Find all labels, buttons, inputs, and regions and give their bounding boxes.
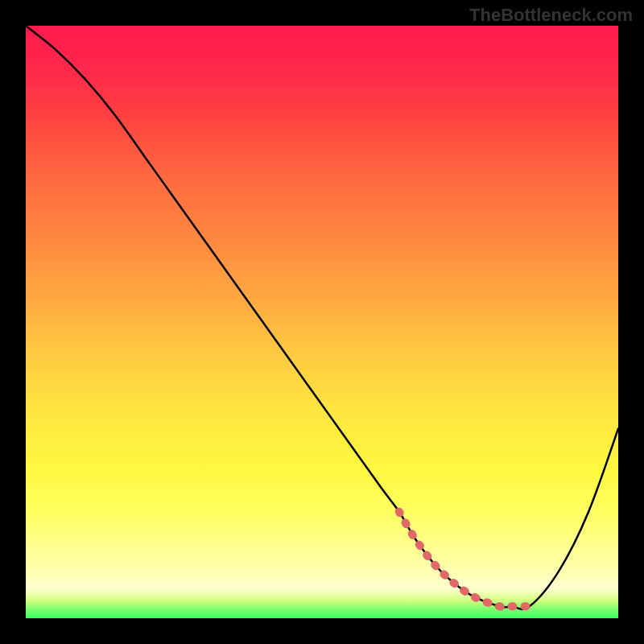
watermark-text: TheBottleneck.com <box>469 5 633 26</box>
chart-container: TheBottleneck.com <box>0 0 644 644</box>
highlight-curve-path <box>399 512 530 608</box>
curve-overlay <box>26 26 618 618</box>
main-curve-path <box>26 26 618 609</box>
